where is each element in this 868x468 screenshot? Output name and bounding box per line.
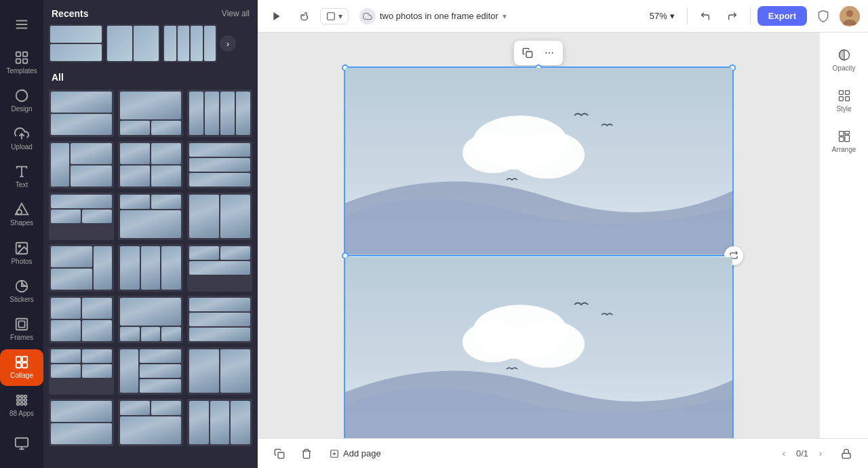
svg-rect-20 <box>16 363 21 368</box>
sidebar-item-apps[interactable]: 88 Apps <box>0 387 43 424</box>
sidebar-item-collage[interactable]: Collage <box>0 349 43 386</box>
collage-thumb-18[interactable] <box>187 347 252 395</box>
collage-thumb-7[interactable] <box>49 193 114 240</box>
sel-duplicate-button[interactable] <box>517 43 538 62</box>
copy-page-button[interactable] <box>269 443 290 465</box>
svg-point-29 <box>20 403 23 406</box>
svg-rect-18 <box>16 357 21 362</box>
style-panel-item[interactable]: Style <box>823 81 866 119</box>
next-page-button[interactable]: › <box>811 444 830 463</box>
svg-rect-35 <box>328 12 335 20</box>
svg-rect-19 <box>22 357 27 362</box>
svg-marker-34 <box>273 12 279 20</box>
collage-thumb-11[interactable] <box>118 244 183 292</box>
user-avatar[interactable] <box>840 6 860 26</box>
hand-tool-button[interactable] <box>293 5 315 27</box>
svg-point-27 <box>24 399 27 402</box>
zoom-button[interactable]: 57% ▾ <box>644 8 680 24</box>
recents-next-button[interactable]: › <box>220 35 236 52</box>
sidebar-item-upload-label: Upload <box>11 143 33 151</box>
opacity-panel-item[interactable]: Opacity <box>823 41 866 79</box>
collage-thumb-20[interactable] <box>118 399 183 446</box>
collage-thumb-5[interactable] <box>118 141 183 189</box>
page-nav: ‹ 0/1 › <box>774 444 830 463</box>
collage-thumb-8[interactable] <box>118 193 183 240</box>
sidebar-item-text-label: Text <box>16 181 28 189</box>
collage-thumb-16[interactable] <box>49 347 114 395</box>
sidebar-item-templates[interactable]: Templates <box>0 44 43 81</box>
sidebar-item-frames[interactable]: Frames <box>0 311 43 347</box>
sidebar-item-design[interactable]: Design <box>0 82 43 119</box>
lock-button[interactable] <box>835 443 857 465</box>
recents-row: › <box>43 24 258 68</box>
collage-thumb-6[interactable] <box>187 141 252 189</box>
arrange-label: Arrange <box>832 146 856 153</box>
recent-thumb-3[interactable] <box>163 24 217 62</box>
right-panel: Opacity Style Arrange <box>819 33 868 438</box>
sidebar-item-design-label: Design <box>11 105 32 113</box>
sel-more-button[interactable]: ⋯ <box>538 43 560 62</box>
add-page-label: Add page <box>343 448 381 459</box>
svg-rect-31 <box>16 438 28 447</box>
redo-button[interactable] <box>722 5 743 27</box>
view-all-link[interactable]: View all <box>222 9 250 18</box>
top-toolbar: ▾ two photos in one frame editor ▾ 57% ▾ <box>258 0 868 33</box>
sidebar-item-collage-label: Collage <box>10 372 33 380</box>
collage-thumb-3[interactable] <box>187 90 252 137</box>
svg-rect-68 <box>278 452 284 459</box>
arrange-panel-item[interactable]: Arrange <box>823 122 866 160</box>
sidebar-item-text[interactable]: Text <box>0 159 43 195</box>
collage-thumb-2[interactable] <box>118 90 183 137</box>
svg-point-30 <box>24 403 27 406</box>
svg-rect-3 <box>16 52 20 56</box>
toolbar-divider-1 <box>687 8 688 24</box>
prev-page-button[interactable]: ‹ <box>774 444 793 463</box>
collage-thumb-4[interactable] <box>49 141 114 189</box>
sidebar-item-upload[interactable]: Upload <box>0 121 43 157</box>
title-button[interactable]: two photos in one frame editor ▾ <box>354 5 512 27</box>
photo-frame-top[interactable] <box>345 68 732 255</box>
collage-thumb-10[interactable] <box>49 244 114 292</box>
play-button[interactable] <box>266 5 288 27</box>
collage-thumb-21[interactable] <box>187 399 252 446</box>
export-button[interactable]: Export <box>757 6 807 26</box>
sidebar-item-photos[interactable]: Photos <box>0 235 43 271</box>
recent-thumb-1[interactable] <box>49 24 103 62</box>
page-indicator: 0/1 <box>796 448 808 459</box>
collage-thumb-14[interactable] <box>118 296 183 343</box>
canvas-area: Page 1 ⋯ <box>258 33 819 438</box>
collage-thumb-1[interactable] <box>49 90 114 137</box>
selection-toolbar: ⋯ <box>514 41 563 65</box>
svg-rect-17 <box>18 321 24 327</box>
collage-thumb-19[interactable] <box>49 399 114 446</box>
sidebar-item-apps-label: 88 Apps <box>9 410 34 418</box>
zoom-value: 57% <box>650 11 667 21</box>
sidebar-item-shapes[interactable]: Shapes <box>0 197 43 233</box>
svg-point-28 <box>17 403 20 406</box>
icon-sidebar: Templates Design Upload Text Shapes <box>0 0 43 468</box>
svg-rect-64 <box>839 131 844 136</box>
recents-header: Recents View all <box>43 0 258 24</box>
add-page-button[interactable]: Add page <box>323 444 388 463</box>
sidebar-item-stickers[interactable]: Stickers <box>0 273 43 309</box>
sidebar-item-logo[interactable] <box>0 6 43 43</box>
collage-thumb-15[interactable] <box>187 296 252 343</box>
collage-thumb-12[interactable] <box>187 244 252 292</box>
collage-thumb-17[interactable] <box>118 347 183 395</box>
main-area: ▾ two photos in one frame editor ▾ 57% ▾ <box>258 0 868 468</box>
recent-thumb-2[interactable] <box>106 24 160 62</box>
sidebar-item-bottom[interactable] <box>0 425 43 462</box>
panel-sidebar: Recents View all › All <box>43 0 258 468</box>
shield-button[interactable] <box>812 5 834 27</box>
photo-frame-bottom[interactable] <box>345 257 732 439</box>
collage-thumb-13[interactable] <box>49 296 114 343</box>
bottom-bar: Add page ‹ 0/1 › <box>258 438 868 468</box>
collage-thumb-9[interactable] <box>187 193 252 240</box>
title-cloud-icon <box>359 8 376 24</box>
delete-page-button[interactable] <box>296 443 317 465</box>
canvas-wrapper: ⋯ <box>344 66 734 438</box>
title-chevron-icon: ▾ <box>502 12 507 21</box>
undo-button[interactable] <box>694 5 716 27</box>
resize-button[interactable]: ▾ <box>320 8 349 24</box>
svg-rect-21 <box>22 363 27 368</box>
